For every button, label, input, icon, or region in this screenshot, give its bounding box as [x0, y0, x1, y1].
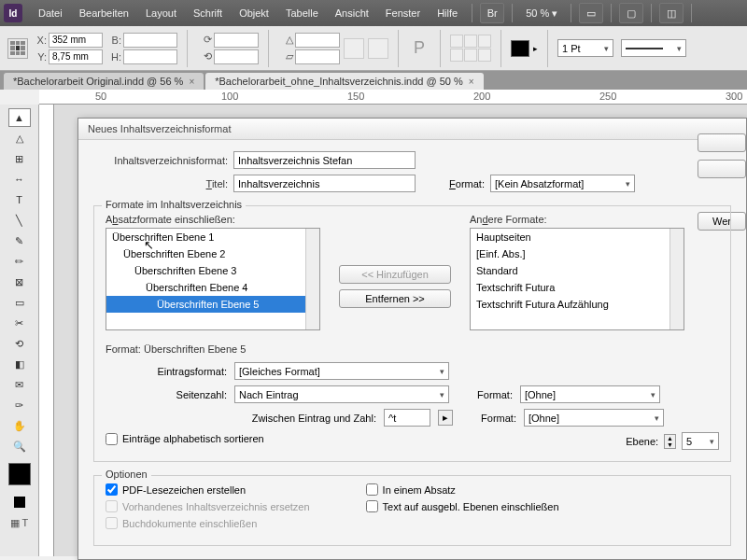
note-tool[interactable]: ✉ [8, 375, 31, 394]
list-item[interactable]: Hauptseiten [471, 229, 684, 245]
menu-fenster[interactable]: Fenster [377, 7, 429, 19]
add-button[interactable]: << Hinzufügen [339, 265, 451, 284]
apply-color-icon[interactable] [8, 493, 31, 511]
tab-ohne-inhaltsverzeichnis[interactable]: *Bachelorarbeit_ohne_Inhaltsverzeichnis.… [205, 73, 483, 90]
view-mode-icon[interactable]: ▭ [579, 3, 603, 23]
flip-h-icon[interactable] [344, 38, 364, 59]
entry-format-dropdown[interactable]: [Gleiches Format] [234, 362, 449, 380]
list-item[interactable]: Überschriften Ebene 5 [106, 296, 319, 313]
menu-hilfe[interactable]: Hilfe [429, 7, 466, 19]
level-dropdown[interactable]: 5 [682, 432, 719, 450]
hand-tool[interactable]: ✋ [8, 416, 31, 435]
scale-y-input[interactable] [214, 49, 259, 64]
title-format-dropdown[interactable]: [Kein Absatzformat] [490, 175, 635, 192]
replace-toc-label: Vorhandenes Inhaltsverzeichnis ersetzen [122, 501, 310, 512]
selection-tool[interactable]: ▲ [8, 108, 31, 127]
cancel-button[interactable] [698, 160, 746, 178]
pen-tool[interactable]: ✎ [8, 231, 31, 250]
stroke-weight-dropdown[interactable]: 1 Pt [557, 39, 613, 57]
format2-label: Format: [457, 389, 513, 400]
scrollbar[interactable] [669, 229, 684, 329]
paragraph-icon[interactable]: P [408, 38, 430, 58]
menu-tabelle[interactable]: Tabelle [277, 7, 327, 19]
shear-input[interactable] [295, 49, 340, 64]
dialog-title: Neues Inhaltsverzeichnisformat [78, 119, 746, 140]
hidden-layers-checkbox[interactable] [366, 500, 378, 512]
control-panel: X: Y: B: H: ⟳ ⟲ △ ▱ P ▸ 1 Pt [0, 26, 747, 71]
y-label: Y: [32, 51, 47, 63]
free-transform-tool[interactable]: ⟲ [8, 334, 31, 353]
pencil-tool[interactable]: ✏ [8, 252, 31, 271]
rectangle-tool[interactable]: ▭ [8, 293, 31, 312]
fill-swatch[interactable] [511, 40, 529, 57]
menu-ansicht[interactable]: Ansicht [327, 7, 377, 19]
x-input[interactable] [49, 33, 103, 48]
format-dropdown-label: Format: [434, 178, 490, 189]
align-icons[interactable] [450, 35, 491, 62]
page-number-dropdown[interactable]: Nach Eintrag [234, 385, 449, 403]
rectangle-frame-tool[interactable]: ⊠ [8, 273, 31, 291]
h-input[interactable] [123, 49, 177, 64]
direct-selection-tool[interactable]: △ [8, 129, 31, 147]
pdf-bookmarks-label: PDF-Lesezeichen erstellen [122, 484, 246, 496]
w-input[interactable] [123, 33, 177, 48]
menu-bearbeiten[interactable]: Bearbeiten [71, 7, 137, 19]
close-icon[interactable]: × [469, 77, 474, 87]
list-item[interactable]: Überschriften Ebene 2 [106, 245, 319, 262]
bridge-button[interactable]: Br [480, 3, 504, 23]
scrollbar[interactable] [305, 229, 319, 329]
list-item[interactable]: Überschriften Ebene 4 [106, 279, 319, 296]
list-item[interactable]: Textschrift Futura [471, 279, 684, 296]
menu-datei[interactable]: Datei [30, 7, 71, 19]
ok-button[interactable] [698, 133, 746, 152]
one-paragraph-checkbox[interactable] [366, 483, 378, 496]
hidden-layers-label: Text auf ausgebl. Ebenen einschließen [383, 501, 559, 512]
list-item[interactable]: [Einf. Abs.] [471, 245, 684, 262]
gap-tool[interactable]: ↔ [8, 170, 31, 189]
other-formats-list[interactable]: Hauptseiten [Einf. Abs.] Standard Textsc… [470, 228, 684, 330]
page-num-format-dropdown[interactable]: [Ohne] [520, 385, 660, 403]
remove-button[interactable]: Entfernen >> [339, 289, 451, 308]
list-item[interactable]: Textschrift Futura Aufzählung [471, 296, 684, 313]
line-tool[interactable]: ╲ [8, 211, 31, 230]
format-section-title: Format: Überschriften Ebene 5 [106, 343, 719, 355]
list-item[interactable]: Überschriften Ebene 3 [106, 262, 319, 279]
format-name-input[interactable] [233, 151, 416, 169]
between-input[interactable] [384, 409, 430, 427]
page-number-label: Seitenzahl: [106, 389, 227, 400]
list-item[interactable]: Standard [471, 262, 684, 279]
app-icon: Id [4, 4, 22, 22]
scale-x-input[interactable] [214, 33, 259, 48]
between-format-dropdown[interactable]: [Ohne] [524, 409, 664, 427]
menu-schrift[interactable]: Schrift [185, 7, 231, 19]
include-formats-list[interactable]: Überschriften Ebene 1 Überschriften Eben… [106, 228, 320, 330]
list-item[interactable]: Überschriften Ebene 1 [106, 229, 319, 245]
sort-alpha-checkbox[interactable] [106, 433, 118, 445]
gradient-tool[interactable]: ◧ [8, 355, 31, 373]
special-char-button[interactable]: ▸ [438, 410, 453, 426]
screen-mode-icon[interactable]: ▢ [619, 3, 643, 23]
eyedropper-tool[interactable]: ✑ [8, 396, 31, 414]
level-stepper[interactable]: ▲▼ [664, 434, 676, 449]
zoom-tool[interactable]: 🔍 [8, 437, 31, 455]
menu-layout[interactable]: Layout [137, 7, 185, 19]
book-docs-label: Buchdokumente einschließen [122, 518, 257, 529]
reference-point-icon[interactable] [7, 38, 28, 59]
menu-objekt[interactable]: Objekt [231, 7, 277, 19]
tab-original[interactable]: *Bachelorarbeit Original.indd @ 56 %× [4, 73, 204, 90]
page-tool[interactable]: ⊞ [8, 149, 31, 168]
w-label: B: [106, 35, 121, 46]
title-input[interactable] [233, 175, 416, 192]
stroke-style-dropdown[interactable] [621, 39, 686, 57]
flip-v-icon[interactable] [368, 38, 388, 59]
arrange-icon[interactable]: ◫ [659, 3, 684, 23]
fill-stroke-swatch[interactable] [8, 463, 31, 485]
close-icon[interactable]: × [189, 77, 194, 87]
rotate-input[interactable] [295, 33, 340, 48]
zoom-level[interactable]: 50 % ▾ [518, 7, 565, 20]
type-tool[interactable]: T [8, 190, 31, 209]
y-input[interactable] [49, 49, 103, 64]
scissors-tool[interactable]: ✂ [8, 314, 31, 332]
pdf-bookmarks-checkbox[interactable] [106, 483, 118, 496]
apply-gradient-icon[interactable]: ▦ T [8, 513, 31, 532]
